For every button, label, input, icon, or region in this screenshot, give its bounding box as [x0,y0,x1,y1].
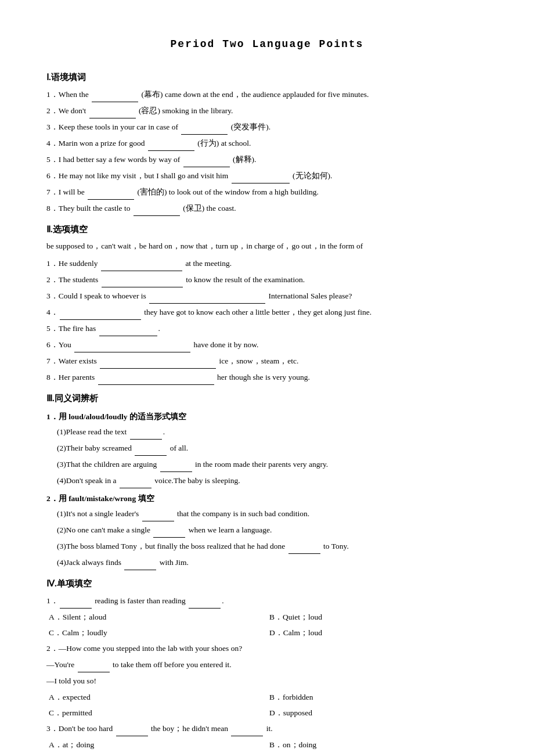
option-4-2-B: B．forbidden [267,690,488,705]
section-2-header: Ⅱ.选项填空 [46,222,488,237]
section-1-header: Ⅰ.语境填词 [46,70,488,85]
section-4: Ⅳ.单项填空 1． reading is faster than reading… [46,576,488,756]
item-3-2-2: (2)No one can't make a single when we le… [46,523,488,538]
blank-4-1a [60,608,92,609]
blank-1-7 [88,199,134,200]
section-2: Ⅱ.选项填空 be supposed to，can't wait，be hard… [46,222,488,385]
blank-1-1 [92,102,138,102]
blank-1-3 [181,134,228,135]
blank-3-2-4 [124,570,156,570]
item-4-3: 3．Don't be too hard the boy；he didn't me… [46,722,488,736]
options-4-3-cd: C．for；to do D．on；to do [46,754,488,756]
blank-4-2 [78,672,110,672]
item-4-2-sub2: —I told you so! [46,674,488,689]
options-4-2-cd: C．permitted D．supposed [46,706,488,721]
option-4-1-D: D．Calm；loud [267,626,488,640]
blank-3-2-2 [153,537,185,538]
blank-2-5 [99,336,157,336]
item-1-6: 6．He may not like my visit，but I shall g… [46,169,488,183]
item-3-1-1: (1)Please read the text . [46,425,488,440]
section-1: Ⅰ.语境填词 1．When the (幕布) came down at the … [46,70,488,216]
blank-3-1-1 [130,439,162,440]
item-2-7: 7．Water exists ice，snow，steam，etc. [46,354,488,369]
item-4-2-sub1: —You're to take them off before you ente… [46,658,488,672]
option-4-1-B: B．Quiet；loud [267,610,488,625]
blank-2-3 [149,303,265,304]
section-4-header: Ⅳ.单项填空 [46,576,488,592]
blank-2-7 [100,368,216,369]
blank-4-3a [116,736,148,736]
item-2-5: 5．The fire has . [46,322,488,336]
item-1-1: 1．When the (幕布) came down at the end，the… [46,88,488,102]
blank-3-2-1 [142,521,174,521]
blank-4-1b [189,608,221,609]
item-3-1-3: (3)That the children are arguing in the … [46,458,488,472]
word-bank: be supposed to，can't wait，be hard on，now… [46,240,488,253]
item-1-2: 2．We don't (容忍) smoking in the library. [46,104,488,118]
item-4-1: 1． reading is faster than reading . [46,594,488,609]
option-4-1-C: C．Calm；loudly [46,626,267,640]
section-3-sub2-header: 2．用 fault/mistake/wrong 填空 [46,492,488,506]
blank-1-5 [183,167,230,167]
blank-3-1-2 [135,455,167,456]
item-1-7: 7．I will be (害怕的) to look out of the win… [46,185,488,200]
item-2-4: 4． they have got to know each other a li… [46,305,488,320]
item-2-8: 8．Her parents her though she is very you… [46,370,488,385]
options-4-2: A．expected B．forbidden [46,690,488,705]
blank-1-8 [134,215,180,216]
item-2-2: 2．The students to know the result of the… [46,273,488,287]
item-4-2: 2．—How come you stepped into the lab wit… [46,642,488,656]
item-2-3: 3．Could I speak to whoever is Internatio… [46,289,488,304]
options-4-1: A．Silent；aloud B．Quiet；loud [46,610,488,625]
item-1-4: 4．Marin won a prize for good (行为) at sch… [46,136,488,151]
blank-1-6 [232,183,290,183]
blank-3-1-4 [120,488,151,488]
option-4-3-C: C．for；to do [46,754,267,756]
blank-2-4 [60,319,141,320]
item-3-2-3: (3)The boss blamed Tony，but finally the … [46,539,488,554]
blank-2-1 [101,271,182,271]
section-3: Ⅲ.同义词辨析 1．用 loud/aloud/loudly 的适当形式填空 (1… [46,391,488,570]
blank-2-2 [102,287,183,287]
section-3-sub1-header: 1．用 loud/aloud/loudly 的适当形式填空 [46,410,488,424]
item-2-1: 1．He suddenly at the meeting. [46,257,488,271]
item-1-3: 3．Keep these tools in your car in case o… [46,120,488,135]
options-4-3: A．at；doing B．on；doing [46,738,488,753]
options-4-1-cd: C．Calm；loudly D．Calm；loud [46,626,488,640]
blank-2-8 [98,384,214,385]
option-4-2-D: D．supposed [267,706,488,721]
option-4-1-A: A．Silent；aloud [46,610,267,625]
option-4-3-D: D．on；to do [267,754,488,756]
item-2-6: 6．You have done it by now. [46,338,488,352]
item-3-2-4: (4)Jack always finds with Jim. [46,556,488,570]
option-4-3-B: B．on；doing [267,738,488,753]
item-1-8: 8．They built the castle to (保卫) the coas… [46,201,488,216]
blank-2-6 [74,352,190,352]
item-1-5: 5．I had better say a few words by way of… [46,153,488,167]
section-3-header: Ⅲ.同义词辨析 [46,391,488,406]
item-3-1-2: (2)Their baby screamed of all. [46,441,488,456]
option-4-3-A: A．at；doing [46,738,267,753]
page-title: Period Two Language Points [46,35,488,53]
blank-1-4 [148,150,194,151]
option-4-2-A: A．expected [46,690,267,705]
blank-3-2-3 [288,553,320,554]
blank-4-3b [231,736,263,736]
blank-3-1-3 [160,471,192,472]
item-3-2-1: (1)It's not a single leader's that the c… [46,507,488,521]
item-3-1-4: (4)Don't speak in a voice.The baby is sl… [46,474,488,488]
option-4-2-C: C．permitted [46,706,267,721]
blank-1-2 [89,118,136,118]
